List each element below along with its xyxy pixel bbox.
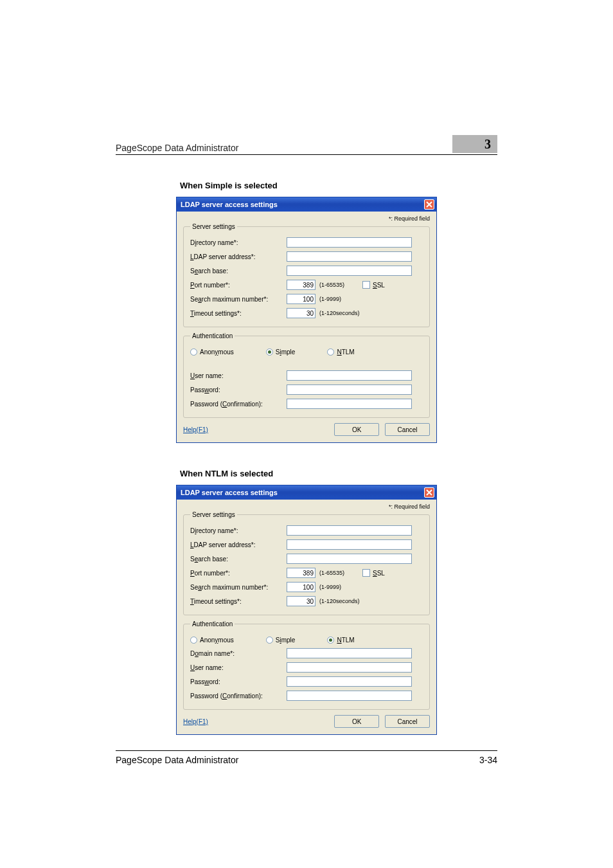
help-link[interactable]: Help(F1) — [183, 426, 208, 433]
directory-name-input[interactable] — [287, 237, 412, 248]
footer-title: PageScope Data Administrator — [116, 755, 238, 765]
search-max-label: Search maximum number*: — [190, 296, 287, 303]
ldap-address-label: LDAP server address*: — [190, 253, 287, 260]
header-title: PageScope Data Administrator — [116, 143, 238, 153]
timeout-input[interactable] — [287, 308, 315, 318]
cancel-button[interactable]: Cancel — [385, 423, 430, 436]
password-label: Password: — [190, 386, 287, 393]
password-confirm-input[interactable] — [287, 691, 412, 701]
dialog-titlebar: LDAP server access settings — [177, 485, 436, 500]
port-hint: (1-65535) — [319, 570, 344, 576]
password-confirm-input[interactable] — [287, 399, 412, 409]
authentication-legend: Authentication — [190, 620, 235, 628]
section-title-ntlm: When NTLM is selected — [180, 469, 497, 478]
search-base-label: Search base: — [190, 267, 287, 275]
search-base-input[interactable] — [287, 554, 412, 564]
port-label: Port number*: — [190, 570, 287, 577]
search-max-input[interactable] — [287, 582, 315, 592]
required-note: *: Required field — [183, 503, 430, 510]
chapter-number: 3 — [452, 135, 497, 153]
password-confirm-label: Password (Confirmation): — [190, 692, 287, 700]
ldap-dialog-ntlm: LDAP server access settings *: Required … — [176, 485, 437, 735]
timeout-hint: (1-120seconds) — [319, 598, 360, 604]
authentication-group: Authentication Anonymous Simple NTLM Dom… — [183, 620, 430, 710]
port-input[interactable] — [287, 280, 315, 290]
cancel-button[interactable]: Cancel — [385, 715, 430, 728]
dialog-body: *: Required field Server settings Direct… — [177, 500, 436, 734]
close-icon[interactable] — [424, 199, 434, 210]
radio-anonymous[interactable]: Anonymous — [190, 637, 234, 644]
ssl-checkbox[interactable]: SSL — [362, 281, 385, 289]
page-header: PageScope Data Administrator 3 — [116, 135, 497, 155]
radio-simple[interactable]: Simple — [266, 637, 296, 644]
user-name-label: User name: — [190, 372, 287, 379]
dialog-title: LDAP server access settings — [181, 201, 278, 208]
radio-ntlm[interactable]: NTLM — [327, 348, 354, 356]
radio-simple[interactable]: Simple — [266, 348, 296, 356]
required-note: *: Required field — [183, 215, 430, 222]
timeout-input[interactable] — [287, 596, 315, 606]
password-label: Password: — [190, 678, 287, 685]
search-base-input[interactable] — [287, 266, 412, 276]
page: PageScope Data Administrator 3 When Simp… — [0, 0, 613, 735]
timeout-label: Timeout settings*: — [190, 310, 287, 317]
ldap-address-label: LDAP server address*: — [190, 541, 287, 548]
directory-name-input[interactable] — [287, 525, 412, 536]
footer-page: 3-34 — [479, 755, 497, 765]
port-input[interactable] — [287, 568, 315, 578]
section-title-simple: When Simple is selected — [180, 181, 497, 190]
directory-name-label: Directory name*: — [190, 527, 287, 534]
password-input[interactable] — [287, 384, 412, 395]
directory-name-label: Directory name*: — [190, 239, 287, 246]
authentication-legend: Authentication — [190, 332, 235, 339]
user-name-input[interactable] — [287, 370, 412, 381]
dialog-titlebar: LDAP server access settings — [177, 197, 436, 212]
search-max-input[interactable] — [287, 294, 315, 304]
ok-button[interactable]: OK — [334, 423, 379, 436]
timeout-hint: (1-120seconds) — [319, 310, 360, 316]
password-confirm-label: Password (Confirmation): — [190, 401, 287, 408]
timeout-label: Timeout settings*: — [190, 598, 287, 605]
server-settings-group: Server settings Directory name*: LDAP se… — [183, 223, 430, 327]
server-settings-legend: Server settings — [190, 223, 237, 230]
server-settings-legend: Server settings — [190, 511, 237, 518]
user-name-label: User name: — [190, 664, 287, 671]
search-max-hint: (1-9999) — [319, 296, 341, 302]
search-base-label: Search base: — [190, 556, 287, 563]
search-max-hint: (1-9999) — [319, 584, 341, 590]
user-name-input[interactable] — [287, 662, 412, 673]
ok-button[interactable]: OK — [334, 715, 379, 728]
authentication-group: Authentication Anonymous Simple NTLM Use… — [183, 332, 430, 418]
search-max-label: Search maximum number*: — [190, 584, 287, 591]
ssl-checkbox[interactable]: SSL — [362, 569, 385, 577]
domain-name-label: Domain name*: — [190, 650, 287, 657]
server-settings-group: Server settings Directory name*: LDAP se… — [183, 511, 430, 615]
dialog-body: *: Required field Server settings Direct… — [177, 212, 436, 442]
ldap-address-input[interactable] — [287, 251, 412, 262]
help-link[interactable]: Help(F1) — [183, 718, 208, 725]
ldap-address-input[interactable] — [287, 539, 412, 550]
ldap-dialog-simple: LDAP server access settings *: Required … — [176, 197, 437, 443]
port-hint: (1-65535) — [319, 282, 344, 288]
close-icon[interactable] — [424, 487, 434, 498]
page-footer: PageScope Data Administrator 3-34 — [116, 750, 497, 765]
port-label: Port number*: — [190, 282, 287, 289]
radio-ntlm[interactable]: NTLM — [327, 637, 354, 644]
radio-anonymous[interactable]: Anonymous — [190, 348, 234, 356]
dialog-title: LDAP server access settings — [181, 489, 278, 496]
password-input[interactable] — [287, 676, 412, 687]
domain-name-input[interactable] — [287, 648, 412, 658]
